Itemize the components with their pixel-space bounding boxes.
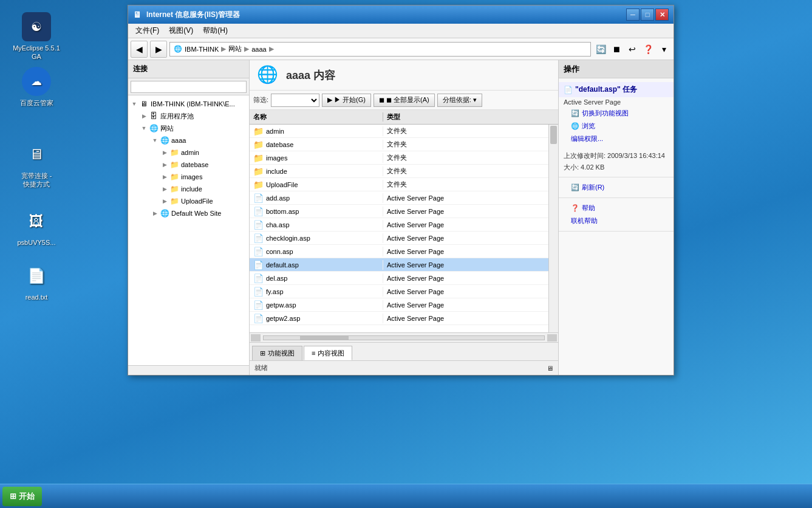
desktop-icon-myeclipse[interactable]: ☯ MyEclipse 5.5.1 GA — [12, 12, 61, 61]
address-sep-1: ▶ — [221, 45, 226, 53]
help-label: 帮助 — [582, 204, 595, 213]
file-row[interactable]: 📄getpw2.aspActive Server Page — [250, 312, 548, 325]
file-row[interactable]: 📄conn.aspActive Server Page — [250, 245, 548, 258]
file-icon: 📁 — [253, 166, 264, 176]
toolbar-dropdown[interactable]: ▾ — [657, 42, 671, 57]
file-cell-type: 文件夹 — [383, 166, 548, 176]
file-cell-name: 📄fy.asp — [250, 287, 383, 297]
default-web-site-icon: 🌐 — [160, 208, 169, 218]
online-help-label: 联机帮助 — [571, 216, 598, 225]
forward-button[interactable]: ▶ — [150, 41, 167, 58]
h-scroll-container[interactable] — [250, 332, 558, 342]
toolbar-icon-2[interactable]: ⏹ — [609, 42, 624, 57]
sites-icon: 🌐 — [149, 123, 159, 133]
admin-icon: 📁 — [169, 148, 179, 157]
tree-item-default-web-site[interactable]: ▶ 🌐 Default Web Site — [128, 207, 249, 219]
tab-content-view[interactable]: ≡ 内容视图 — [304, 346, 352, 360]
file-cell-name: 📁UploadFile — [250, 180, 383, 190]
center-header-title: aaaa 内容 — [286, 68, 335, 83]
file-name: cha.asp — [266, 221, 290, 228]
right-section-file-title: 📄 "default.asp" 任务 — [559, 82, 674, 97]
expand-include[interactable]: ▶ — [160, 184, 169, 194]
maximize-button[interactable]: □ — [641, 9, 654, 21]
start-button[interactable]: ▶ ▶ 开始(G) — [322, 94, 371, 107]
expand-images[interactable]: ▶ — [160, 172, 169, 182]
expand-sites[interactable]: ▼ — [139, 123, 149, 133]
left-panel-scrollbar[interactable] — [128, 365, 249, 375]
tree-item-datebase[interactable]: ▶ 📁 datebase — [128, 159, 249, 171]
tree-item-images[interactable]: ▶ 📁 images — [128, 171, 249, 183]
desktop-icon-broadband[interactable]: 🖥 宽带连接 -快捷方式 — [12, 140, 61, 189]
desktop-icon-readtxt[interactable]: 📄 read.txt — [12, 261, 61, 301]
expand-datebase[interactable]: ▶ — [160, 160, 169, 170]
tree-item-sites[interactable]: ▼ 🌐 网站 — [128, 122, 249, 134]
file-row[interactable]: 📄bottom.aspActive Server Page — [250, 205, 548, 218]
toolbar-icon-4[interactable]: ❓ — [641, 42, 655, 57]
file-row[interactable]: 📁admin文件夹 — [250, 125, 548, 138]
file-cell-type: Active Server Page — [383, 194, 548, 202]
help-link[interactable]: ❓ 帮助 — [559, 202, 674, 215]
expand-admin[interactable]: ▶ — [160, 148, 169, 157]
status-text: 就绪 — [254, 363, 268, 372]
edit-perms-link[interactable]: 编辑权限... — [559, 132, 674, 145]
minimize-button[interactable]: ─ — [626, 9, 640, 21]
file-list-body: 📁admin文件夹📁datebase文件夹📁images文件夹📁include文… — [250, 125, 548, 332]
refresh-link[interactable]: 🔄 刷新(R) — [559, 181, 674, 194]
file-name: default.asp — [266, 261, 299, 269]
menu-help[interactable]: 帮助(H) — [198, 24, 233, 37]
expand-aaaa[interactable]: ▼ — [150, 136, 160, 145]
tree-item-admin[interactable]: ▶ 📁 admin — [128, 146, 249, 159]
tree-item-apppool[interactable]: ▶ 🗄 应用程序池 — [128, 110, 249, 122]
tree-item-include[interactable]: ▶ 📁 include — [128, 183, 249, 195]
file-row[interactable]: 📄fy.aspActive Server Page — [250, 285, 548, 298]
file-row[interactable]: 📄default.aspActive Server Page — [250, 258, 548, 272]
toolbar-icon-1[interactable]: 🔄 — [593, 42, 608, 57]
back-button[interactable]: ◀ — [131, 41, 148, 58]
file-row[interactable]: 📄getpw.aspActive Server Page — [250, 298, 548, 312]
expand-apppool[interactable]: ▶ — [139, 111, 149, 121]
tree-item-root[interactable]: ▼ 🖥 IBM-THINK (IBM-THINK\E... — [128, 98, 249, 110]
browse-label: 浏览 — [582, 122, 595, 131]
switch-view-link[interactable]: 🔄 切换到功能视图 — [559, 107, 674, 120]
file-row[interactable]: 📁include文件夹 — [250, 165, 548, 178]
search-input[interactable] — [131, 81, 247, 93]
file-row[interactable]: 📄checklogin.aspActive Server Page — [250, 232, 548, 245]
online-help-link[interactable]: 联机帮助 — [559, 215, 674, 227]
tree-item-aaaa[interactable]: ▼ 🌐 aaaa — [128, 134, 249, 146]
desktop-icon-psbuvv[interactable]: 🖼 psbUVY5S... — [12, 207, 61, 247]
col-name-header[interactable]: 名称 — [250, 112, 383, 122]
file-row[interactable]: 📄del.aspActive Server Page — [250, 272, 548, 285]
v-scrollbar[interactable] — [548, 125, 558, 332]
menu-file[interactable]: 文件(F) — [131, 24, 164, 37]
expand-uploadfile[interactable]: ▶ — [160, 196, 169, 206]
tab-feature-view[interactable]: ⊞ 功能视图 — [252, 346, 302, 360]
tree-item-uploadfile[interactable]: ▶ 📁 UploadFile — [128, 195, 249, 207]
file-icon: 📁 — [253, 140, 264, 149]
file-row[interactable]: 📁UploadFile文件夹 — [250, 178, 548, 191]
browse-link[interactable]: 🌐 浏览 — [559, 120, 674, 132]
menu-view[interactable]: 视图(V) — [164, 24, 198, 37]
myeclipse-icon: ☯ — [22, 12, 51, 41]
baidu-icon: ☁ — [22, 67, 51, 96]
toolbar-icon-3[interactable]: ↩ — [625, 42, 640, 57]
expand-default-web-site[interactable]: ▶ — [150, 208, 160, 218]
file-cell-name: 📁datebase — [250, 140, 383, 149]
file-row[interactable]: 📁datebase文件夹 — [250, 138, 548, 151]
file-row[interactable]: 📄cha.aspActive Server Page — [250, 218, 548, 232]
col-type-header[interactable]: 类型 — [383, 112, 548, 122]
file-name: add.asp — [266, 194, 290, 202]
filter-select[interactable] — [271, 94, 319, 107]
start-button[interactable]: ⊞ 开始 — [2, 487, 42, 506]
tree-area: ▼ 🖥 IBM-THINK (IBM-THINK\E... ▶ 🗄 应用程序池 … — [128, 95, 249, 365]
expand-root[interactable]: ▼ — [129, 99, 139, 109]
file-cell-type: Active Server Page — [383, 301, 548, 309]
title-bar-buttons: ─ □ ✕ — [626, 9, 669, 21]
show-all-button[interactable]: ◼ ◼ 全部显示(A) — [374, 94, 435, 107]
file-row[interactable]: 📁images文件夹 — [250, 151, 548, 165]
file-cell-name: 📄add.asp — [250, 193, 383, 203]
close-button[interactable]: ✕ — [655, 9, 669, 21]
group-button[interactable]: 分组依据: ▾ — [437, 94, 482, 107]
right-header-label: 操作 — [564, 64, 579, 75]
desktop-icon-baidu[interactable]: ☁ 百度云管家 — [12, 67, 61, 107]
file-row[interactable]: 📄add.aspActive Server Page — [250, 191, 548, 205]
